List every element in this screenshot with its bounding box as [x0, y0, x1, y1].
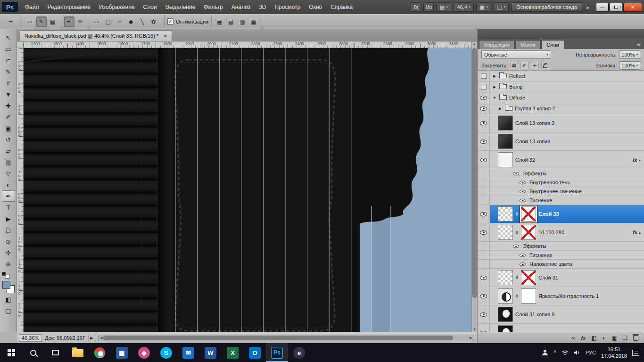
close-button[interactable]: ✕: [623, 3, 642, 12]
zoom-tool[interactable]: ⊕: [2, 258, 15, 270]
people-icon[interactable]: [542, 350, 548, 355]
layer-row[interactable]: Тиснение: [478, 196, 644, 205]
layer-row-content[interactable]: [490, 324, 644, 332]
visibility-eye-icon[interactable]: [480, 140, 487, 144]
layer-row-content[interactable]: ▶Bump: [490, 82, 644, 92]
path-op-icon-0[interactable]: ▣: [215, 16, 225, 27]
action-center-icon[interactable]: [632, 350, 639, 356]
scroll-up-icon[interactable]: ▲: [472, 42, 477, 46]
link-layers-icon[interactable]: ∞: [571, 335, 576, 341]
visibility-eye-icon[interactable]: [480, 230, 487, 235]
layer-thumbnail[interactable]: [498, 152, 513, 167]
graphics-app[interactable]: ◈: [133, 343, 155, 362]
layer-mask-icon[interactable]: ◧: [591, 335, 596, 341]
opacity-field[interactable]: 100%▾: [619, 50, 640, 59]
clone-stamp-tool[interactable]: ▣: [2, 123, 15, 134]
menu-item-Слои[interactable]: Слои: [139, 0, 161, 14]
healing-brush-tool[interactable]: ✚: [2, 100, 15, 111]
layer-row[interactable]: Внутренняя тень: [478, 178, 644, 187]
layer-row[interactable]: Эффекты: [478, 242, 644, 251]
eye-well[interactable]: [478, 114, 490, 132]
panel-menu-icon[interactable]: ≡: [633, 42, 644, 49]
adjustment-layer-icon[interactable]: ◐: [603, 335, 606, 341]
layer-row[interactable]: Наложение цвета: [478, 260, 644, 269]
language-indicator[interactable]: РУС: [586, 350, 596, 355]
eye-well[interactable]: [478, 205, 490, 223]
screen-mode-toggle-button[interactable]: ▢: [2, 305, 15, 316]
type-tool[interactable]: T: [2, 202, 15, 213]
layer-row-content[interactable]: Внутреннее свечение: [490, 187, 644, 196]
eye-well[interactable]: [478, 71, 490, 81]
tab-close-icon[interactable]: ✕: [163, 33, 167, 39]
hand-tool[interactable]: ✣: [2, 247, 15, 258]
fill-field[interactable]: 100%▾: [619, 61, 640, 70]
minimize-button[interactable]: —: [596, 3, 609, 12]
foreground-color-swatch[interactable]: [2, 281, 10, 289]
eye-well[interactable]: [478, 132, 490, 150]
layer-thumbnail[interactable]: [498, 225, 513, 240]
layer-row[interactable]: Внутреннее свечение: [478, 187, 644, 196]
layer-row-content[interactable]: Внутренняя тень: [490, 178, 644, 187]
layer-thumbnail[interactable]: [498, 325, 513, 332]
delete-layer-icon[interactable]: [633, 335, 638, 341]
path-op-icon-2[interactable]: ▥: [237, 16, 248, 27]
eraser-tool[interactable]: ▱: [2, 145, 15, 156]
panel-tab-Коррекция[interactable]: Коррекция: [479, 40, 515, 49]
view-extras-button[interactable]: ▤▾: [436, 2, 451, 12]
search-button[interactable]: [22, 343, 44, 362]
lock-pixels-icon[interactable]: ✐: [520, 62, 528, 69]
eye-well[interactable]: [478, 251, 490, 259]
vertical-scroll-thumb[interactable]: [472, 48, 477, 298]
layer-effects-badge[interactable]: fx▴: [633, 157, 641, 163]
excel[interactable]: X: [222, 343, 244, 362]
crop-tool[interactable]: #: [2, 77, 15, 89]
eye-well[interactable]: [478, 103, 490, 114]
draw-mode-icon-1[interactable]: ✎: [36, 16, 47, 27]
menu-item-Просмотр[interactable]: Просмотр: [270, 0, 305, 14]
layer-mask-thumbnail[interactable]: [521, 288, 536, 304]
visibility-eye-icon[interactable]: [480, 121, 487, 125]
layer-thumbnail[interactable]: [498, 134, 513, 149]
path-selection-tool[interactable]: ▶: [2, 213, 15, 224]
gradient-tool[interactable]: ▥: [2, 156, 15, 168]
layer-mask-thumbnail[interactable]: [521, 225, 536, 240]
layer-mask-thumbnail[interactable]: [521, 206, 536, 222]
eye-well[interactable]: [478, 260, 490, 268]
empty-eye-box[interactable]: [481, 84, 487, 90]
menu-item-Выделение[interactable]: Выделение: [161, 0, 200, 14]
layer-style-icon[interactable]: fx: [581, 335, 586, 341]
vertical-scrollbar[interactable]: ▲ ▼: [471, 41, 477, 332]
fx-collapse-icon[interactable]: ▴: [639, 158, 641, 162]
lock-transparency-icon[interactable]: ▦: [510, 62, 518, 69]
fx-collapse-icon[interactable]: ▴: [639, 230, 641, 235]
scroll-right-icon[interactable]: ▶: [468, 335, 474, 341]
lasso-tool[interactable]: ⊂: [2, 55, 15, 66]
blend-mode-dropdown[interactable]: Обычные▾: [481, 50, 551, 59]
layer-row[interactable]: Эффекты: [478, 169, 644, 178]
layer-row[interactable]: 810 100 280fx▴: [478, 223, 644, 242]
visibility-eye-icon[interactable]: [480, 294, 487, 298]
horizontal-ruler[interactable]: 1200130014001500160017001800190020002100…: [24, 41, 471, 48]
menu-item-Справка[interactable]: Справка: [326, 0, 357, 14]
status-zoom-field[interactable]: 46,36%: [19, 334, 42, 342]
vertical-ruler[interactable]: 2 0 03 0 04 0 05 0 06 0 07 0 08 0 09 0 0…: [17, 48, 24, 332]
eye-well[interactable]: [478, 178, 490, 187]
visibility-eye-icon[interactable]: [513, 172, 519, 175]
eye-well[interactable]: [478, 82, 490, 92]
chrome[interactable]: [89, 343, 111, 362]
pen-variant-icon-0[interactable]: ✒: [64, 16, 74, 27]
path-op-icon-1[interactable]: ▤: [226, 16, 236, 27]
screen-mode-button[interactable]: ▢▾: [494, 2, 509, 12]
shape-tool-icon-1[interactable]: ▢: [103, 16, 114, 27]
horizontal-scrollbar[interactable]: ◀ ▶: [98, 335, 474, 341]
layer-row-content[interactable]: 8Слой 31: [490, 269, 644, 287]
layer-row-content[interactable]: 810 100 280fx▴: [490, 223, 644, 241]
photoshop-logo[interactable]: Ps: [2, 2, 18, 12]
dodge-tool[interactable]: ◐: [2, 179, 15, 190]
layer-row[interactable]: [478, 324, 644, 332]
layer-row-content[interactable]: Тиснение: [490, 196, 644, 205]
blur-tool[interactable]: ▽: [2, 168, 15, 179]
outlook[interactable]: O: [244, 343, 266, 362]
visibility-eye-icon[interactable]: [480, 158, 487, 162]
disclosure-triangle-icon[interactable]: ▶: [498, 107, 503, 111]
